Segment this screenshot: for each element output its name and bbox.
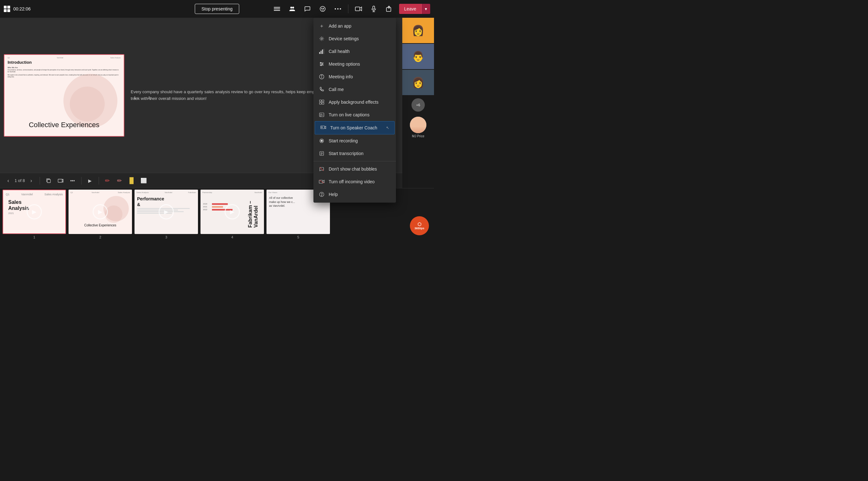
menu-icon-btn[interactable] bbox=[272, 4, 282, 14]
slide-big-text: Collective Experiences bbox=[4, 121, 124, 129]
svg-point-43 bbox=[321, 140, 323, 142]
menu-start-transcription-label: Start transcription bbox=[329, 151, 364, 156]
phone-icon bbox=[318, 86, 325, 93]
more-participants-btn[interactable]: +6 bbox=[411, 98, 425, 111]
svg-point-4 bbox=[292, 7, 294, 8]
info-icon bbox=[318, 73, 325, 80]
camera-slide-btn[interactable] bbox=[56, 176, 65, 186]
thumb2-video-icon: ▶ bbox=[93, 204, 108, 219]
notes-font-controls: A+ A- bbox=[131, 93, 155, 103]
chat-icon-btn[interactable] bbox=[302, 4, 312, 14]
leave-button-group[interactable]: Leave ▾ bbox=[399, 4, 430, 14]
menu-meeting-info[interactable]: Meeting info bbox=[313, 70, 396, 83]
slide-who-we-are: Who We Are bbox=[4, 66, 124, 68]
mic-btn[interactable] bbox=[369, 4, 379, 14]
help-icon bbox=[318, 191, 325, 197]
no-video-icon bbox=[318, 179, 325, 185]
highlighter-btn[interactable]: █ bbox=[127, 176, 136, 186]
pen-red-btn[interactable]: ✏ bbox=[103, 176, 112, 186]
timer: 00:22:06 bbox=[13, 6, 31, 11]
slide-header-left: Q1 bbox=[8, 57, 10, 59]
reactions-icon-btn[interactable] bbox=[317, 4, 328, 14]
slide-body2: We aspire to be a brand that is authenti… bbox=[4, 73, 124, 79]
menu-add-app-label: Add an app bbox=[329, 24, 351, 29]
menu-live-captions[interactable]: Turn on live captions bbox=[313, 108, 396, 121]
leave-chevron-btn[interactable]: ▾ bbox=[421, 4, 430, 14]
menu-separator bbox=[313, 161, 396, 161]
captions-icon bbox=[318, 111, 325, 118]
thumb2-subtitle: Collective Experiences bbox=[68, 222, 132, 228]
leave-main-btn[interactable]: Leave bbox=[399, 4, 421, 14]
transcription-icon bbox=[318, 150, 325, 157]
menu-device-settings[interactable]: Device settings bbox=[313, 32, 396, 45]
menu-speaker-coach[interactable]: Turn on Speaker Coach ↖ bbox=[315, 121, 395, 134]
menu-call-me[interactable]: Call me bbox=[313, 83, 396, 96]
slide-count: 1 of 8 bbox=[14, 178, 25, 183]
menu-help[interactable]: Help bbox=[313, 188, 396, 201]
thumbnail-1[interactable]: Q1 VanArdel Sales Analysis SalesAnalysis… bbox=[3, 190, 66, 234]
menu-meeting-options[interactable]: Meeting options bbox=[313, 58, 396, 70]
participant-video-1: 👩 bbox=[402, 18, 434, 43]
slide-header-right: Sales Analysis bbox=[111, 57, 121, 59]
thumb4-h2: VanArdel bbox=[254, 192, 262, 193]
menu-meeting-options-label: Meeting options bbox=[329, 62, 360, 67]
svg-rect-11 bbox=[355, 7, 360, 11]
font-decrease-btn[interactable]: A- bbox=[145, 93, 155, 103]
menu-device-settings-label: Device settings bbox=[329, 36, 359, 41]
menu-call-health[interactable]: Call health bbox=[313, 45, 396, 58]
more-tools-btn[interactable]: ••• bbox=[68, 176, 78, 186]
svg-rect-22 bbox=[323, 49, 324, 54]
slide-title: Introduction bbox=[4, 59, 124, 66]
camera-btn[interactable] bbox=[353, 4, 364, 14]
right-panel: 👩 👨 👩 +6 MJ Price bbox=[402, 18, 434, 188]
svg-point-52 bbox=[321, 195, 322, 196]
thumbnail-3[interactable]: Sales Analysis VanArdel Fabrikam Perform… bbox=[134, 190, 198, 234]
more-options-btn[interactable] bbox=[333, 4, 343, 14]
thumb4-video-icon: ▶ bbox=[225, 204, 240, 219]
people-icon-btn[interactable] bbox=[287, 4, 297, 14]
thumb3-h2: VanArdel bbox=[165, 192, 172, 193]
font-increase-btn[interactable]: A+ bbox=[131, 93, 141, 103]
slide-main: Q1 VanArdel Sales Analysis Introduction … bbox=[4, 54, 124, 137]
menu-start-recording[interactable]: Start recording bbox=[313, 134, 396, 147]
toolbar-sep-2 bbox=[81, 177, 82, 185]
next-slide-btn[interactable]: › bbox=[27, 176, 36, 185]
thumb-3-wrapper: Sales Analysis VanArdel Fabrikam Perform… bbox=[134, 190, 198, 239]
record-icon bbox=[318, 138, 325, 144]
thumbnail-4[interactable]: Partnership VanArdel 2020 2021 2022 Fabr… bbox=[200, 190, 264, 234]
copy-slide-btn[interactable] bbox=[44, 176, 53, 186]
toolbar-divider bbox=[348, 4, 348, 13]
thumb2-h2: VanArdel bbox=[92, 192, 99, 193]
thumbnail-2[interactable]: Q1 VanArdel Sales Analysis ▶ Collective … bbox=[68, 190, 132, 234]
thumb1-header-center: VanArdel bbox=[21, 193, 33, 196]
menu-turn-off-video[interactable]: Turn off incoming video bbox=[313, 175, 396, 188]
eraser-btn[interactable]: ⬜ bbox=[139, 176, 149, 186]
toolbar-sep-3 bbox=[99, 177, 99, 185]
play-btn[interactable]: ▶ bbox=[85, 176, 95, 186]
menu-background-effects[interactable]: Apply background effects bbox=[313, 96, 396, 108]
thumb2-h3: Sales Analysis bbox=[118, 192, 130, 193]
svg-point-5 bbox=[320, 6, 325, 11]
stop-presenting-button[interactable]: Stop presenting bbox=[195, 4, 239, 14]
thumb1-header-left: Q1 bbox=[6, 193, 9, 196]
svg-point-26 bbox=[320, 62, 321, 63]
share-btn[interactable] bbox=[384, 4, 394, 14]
thumb4-h1: Partnership bbox=[203, 192, 212, 193]
prev-slide-btn[interactable]: ‹ bbox=[4, 176, 13, 185]
svg-point-28 bbox=[321, 65, 322, 66]
menu-no-chat-bubbles[interactable]: Don't show chat bubbles bbox=[313, 163, 396, 175]
mj-avatar-face bbox=[410, 117, 426, 133]
no-chat-icon bbox=[318, 166, 325, 172]
svg-point-18 bbox=[321, 38, 323, 40]
thumb3-header: Sales Analysis VanArdel Fabrikam bbox=[134, 190, 198, 193]
menu-add-app[interactable]: ＋ Add an app bbox=[313, 20, 396, 32]
mj-avatar bbox=[410, 117, 426, 133]
effects-icon bbox=[318, 99, 325, 105]
o365-badge[interactable]: ⬡ 365tips bbox=[410, 216, 429, 235]
menu-start-transcription[interactable]: Start transcription bbox=[313, 147, 396, 160]
thumb4-vertical: Fabrikam – VanArdel bbox=[247, 196, 259, 228]
thumb2-circle2 bbox=[105, 205, 122, 223]
menu-call-health-label: Call health bbox=[329, 49, 350, 54]
person-silhouette-2: 👨 bbox=[402, 44, 434, 69]
pen-pink-btn[interactable]: ✏ bbox=[115, 176, 124, 186]
